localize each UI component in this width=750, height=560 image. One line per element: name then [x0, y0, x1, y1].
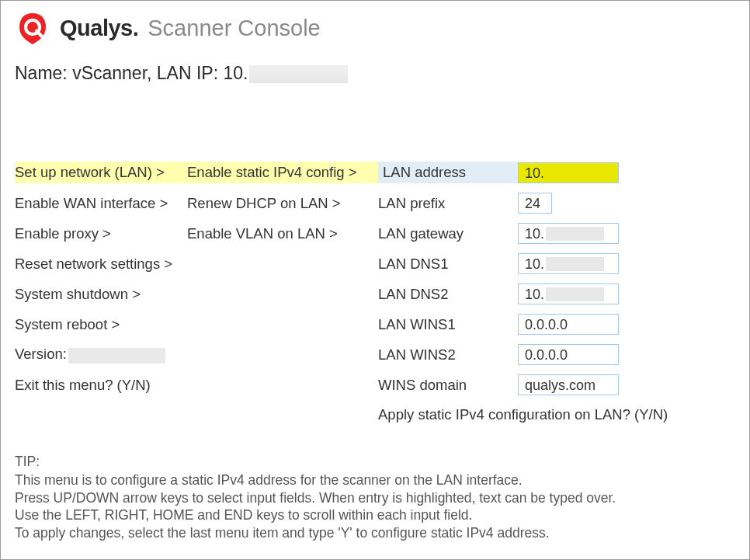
- tip-line-3: Use the LEFT, RIGHT, HOME and END keys t…: [15, 506, 735, 524]
- label-lan-wins1: LAN WINS1: [378, 316, 518, 333]
- console-title: Scanner Console: [148, 16, 320, 41]
- input-lan-gateway[interactable]: 10.: [518, 223, 619, 244]
- label-lan-wins2: LAN WINS2: [378, 346, 518, 363]
- ip-redacted: [249, 65, 348, 83]
- tip-label: TIP:: [15, 453, 735, 471]
- input-lan-dns2[interactable]: 10.: [518, 283, 619, 304]
- field-lan-wins1-wrap: 0.0.0.0: [518, 314, 650, 335]
- menu-enable-static-ipv4[interactable]: Enable static IPv4 config >: [187, 162, 378, 183]
- input-lan-wins1[interactable]: 0.0.0.0: [518, 314, 619, 335]
- scanner-name-line: Name: vScanner, LAN IP: 10.: [15, 63, 735, 84]
- tip-block: TIP: This menu is to configure a static …: [15, 453, 735, 542]
- menu-version-label: Version:: [15, 346, 67, 362]
- menu-reset-network-settings[interactable]: Reset network settings >: [15, 256, 187, 273]
- apply-static-ipv4-prompt[interactable]: Apply static IPv4 configuration on LAN? …: [378, 406, 650, 423]
- version-redacted: [68, 348, 165, 363]
- menu-version: Version:: [15, 346, 187, 363]
- field-lan-dns1-wrap: 10.: [518, 253, 650, 274]
- tip-line-4: To apply changes, select the last menu i…: [15, 524, 735, 542]
- qualys-logo-icon: [15, 10, 50, 46]
- menu-set-up-network-lan[interactable]: Set up network (LAN) >: [15, 162, 187, 183]
- label-lan-dns2: LAN DNS2: [378, 286, 518, 303]
- label-lan-dns1: LAN DNS1: [378, 256, 518, 273]
- label-lan-gateway: LAN gateway: [378, 225, 518, 242]
- tip-line-2: Press UP/DOWN arrow keys to select input…: [15, 489, 735, 507]
- input-lan-address[interactable]: 10.: [518, 162, 619, 183]
- label-lan-address: LAN address: [378, 162, 518, 183]
- field-lan-gateway-wrap: 10.: [518, 223, 650, 244]
- field-lan-dns2-wrap: 10.: [518, 283, 650, 304]
- menu-renew-dhcp-lan[interactable]: Renew DHCP on LAN >: [187, 195, 378, 212]
- input-lan-prefix[interactable]: 24: [518, 193, 552, 214]
- input-lan-dns2-value: 10.: [525, 286, 544, 303]
- menu-system-reboot[interactable]: System reboot >: [15, 316, 187, 333]
- label-wins-domain: WINS domain: [378, 377, 518, 394]
- menu-enable-proxy[interactable]: Enable proxy >: [15, 225, 187, 242]
- redacted-mask: [546, 287, 604, 301]
- input-lan-dns1-value: 10.: [525, 256, 544, 273]
- label-lan-prefix: LAN prefix: [378, 195, 518, 212]
- menu-grid: Set up network (LAN) > Enable static IPv…: [15, 162, 735, 423]
- scanner-name-text: Name: vScanner, LAN IP: 10.: [15, 63, 248, 83]
- tip-line-1: This menu is to configure a static IPv4 …: [15, 471, 735, 489]
- input-lan-dns1[interactable]: 10.: [518, 253, 619, 274]
- field-lan-address-wrap: 10.: [518, 162, 650, 183]
- input-wins-domain[interactable]: qualys.com: [518, 374, 619, 395]
- menu-system-shutdown[interactable]: System shutdown >: [15, 286, 187, 303]
- input-lan-gateway-value: 10.: [525, 225, 544, 242]
- field-lan-prefix-wrap: 24: [518, 193, 650, 214]
- redacted-mask: [546, 257, 604, 271]
- menu-enable-vlan-lan[interactable]: Enable VLAN on LAN >: [187, 225, 378, 242]
- field-lan-wins2-wrap: 0.0.0.0: [518, 344, 650, 365]
- menu-exit[interactable]: Exit this menu? (Y/N): [15, 377, 187, 394]
- brand-name: Qualys.: [60, 16, 138, 41]
- menu-enable-wan-interface[interactable]: Enable WAN interface >: [15, 195, 187, 212]
- input-lan-wins2[interactable]: 0.0.0.0: [518, 344, 619, 365]
- field-wins-domain-wrap: qualys.com: [518, 374, 650, 395]
- redacted-mask: [546, 227, 604, 241]
- console-header: Qualys. Scanner Console: [15, 10, 735, 46]
